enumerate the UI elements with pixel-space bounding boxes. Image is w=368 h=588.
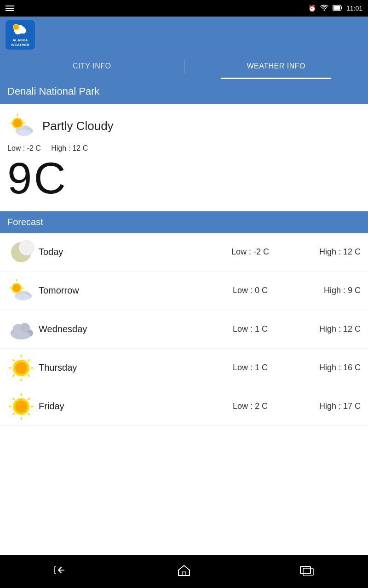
friday-weather-icon <box>7 393 35 420</box>
forecast-row-thursday: Thursday Low : 1 C High : 16 C <box>0 349 368 387</box>
svg-point-21 <box>19 240 34 255</box>
app-logo: ALASKAWEATHER <box>6 20 35 50</box>
forecast-title: Forecast <box>7 217 361 227</box>
forecast-row-wednesday: Wednesday Low : 1 C High : 12 C <box>0 310 368 349</box>
svg-line-57 <box>28 413 29 415</box>
svg-point-23 <box>13 284 20 292</box>
forecast-day-thursday: Thursday <box>39 362 213 373</box>
forecast-row-friday: Friday Low : 2 C High : 17 C <box>0 387 368 426</box>
forecast-row-tomorrow: Tomorrow Low : 0 C High : 9 C <box>0 271 368 310</box>
svg-line-55 <box>28 398 29 400</box>
back-button[interactable] <box>43 561 80 582</box>
forecast-high-tomorrow: High : 9 C <box>287 286 361 295</box>
current-temperature: 9 C <box>7 156 361 200</box>
tomorrow-weather-icon <box>7 277 35 305</box>
tabs-bar: CITY INFO WEATHER INFO <box>0 53 368 79</box>
recent-apps-button[interactable] <box>288 561 325 582</box>
forecast-high-today: High : 12 C <box>287 247 361 257</box>
app-header: ALASKAWEATHER <box>0 17 368 53</box>
svg-point-31 <box>16 294 30 300</box>
svg-point-9 <box>14 25 18 29</box>
svg-point-19 <box>17 130 31 136</box>
current-condition: Partly Cloudy <box>7 111 361 141</box>
forecast-day-wednesday: Wednesday <box>39 324 213 334</box>
forecast-day-friday: Friday <box>39 401 213 412</box>
forecast-high-friday: High : 17 C <box>287 401 361 411</box>
forecast-low-today: Low : -2 C <box>213 247 287 257</box>
battery-icon <box>333 5 343 12</box>
svg-point-11 <box>13 119 22 127</box>
logo-text: ALASKAWEATHER <box>11 38 29 47</box>
alarm-icon: ⏰ <box>308 5 316 12</box>
svg-point-37 <box>20 323 30 332</box>
svg-point-0 <box>323 9 325 11</box>
svg-rect-2 <box>334 6 340 10</box>
bottom-navigation <box>0 555 368 588</box>
svg-point-39 <box>15 362 27 374</box>
forecast-low-thursday: Low : 1 C <box>213 363 287 373</box>
today-weather-icon <box>7 238 35 266</box>
wifi-icon <box>320 4 329 13</box>
thursday-weather-icon <box>7 354 35 382</box>
forecast-list: Today Low : -2 C High : 12 C Tomorrow Lo… <box>0 233 368 555</box>
svg-line-45 <box>28 360 29 361</box>
forecast-day-today: Today <box>39 247 213 257</box>
forecast-high-wednesday: High : 12 C <box>287 324 361 334</box>
forecast-low-friday: Low : 2 C <box>213 401 287 411</box>
svg-rect-60 <box>303 568 313 576</box>
status-bar: ⏰ 11:01 <box>0 0 368 17</box>
svg-line-46 <box>13 375 14 376</box>
svg-line-54 <box>13 398 14 400</box>
forecast-low-wednesday: Low : 1 C <box>213 324 287 334</box>
tab-city-info[interactable]: CITY INFO <box>0 53 184 79</box>
temp-high: High : 12 C <box>51 144 88 152</box>
svg-point-49 <box>15 401 27 413</box>
svg-rect-59 <box>300 566 310 574</box>
home-button[interactable] <box>166 560 202 583</box>
svg-line-44 <box>13 360 14 361</box>
tab-weather-info[interactable]: WEATHER INFO <box>184 53 368 79</box>
status-bar-left <box>6 6 14 11</box>
logo-cloud-icon <box>12 23 29 38</box>
current-weather-icon <box>7 111 37 141</box>
wednesday-weather-icon <box>7 316 35 343</box>
forecast-row-today: Today Low : -2 C High : 12 C <box>0 233 368 271</box>
temp-range: Low : -2 C High : 12 C <box>7 144 361 153</box>
forecast-day-tomorrow: Tomorrow <box>39 285 213 296</box>
svg-point-35 <box>12 331 30 339</box>
svg-line-56 <box>13 413 14 415</box>
forecast-high-thursday: High : 16 C <box>287 363 361 373</box>
svg-rect-7 <box>15 31 24 34</box>
hamburger-icon <box>6 6 14 11</box>
forecast-header: Forecast <box>0 211 368 233</box>
svg-rect-58 <box>182 572 186 576</box>
status-bar-right: ⏰ 11:01 <box>308 4 362 13</box>
condition-text: Partly Cloudy <box>42 119 114 133</box>
city-header: Denali National Park <box>0 79 368 104</box>
forecast-low-tomorrow: Low : 0 C <box>213 286 287 295</box>
svg-line-47 <box>28 375 29 376</box>
temp-low: Low : -2 C <box>7 144 41 152</box>
city-name: Denali National Park <box>7 85 361 97</box>
current-weather: Partly Cloudy Low : -2 C High : 12 C 9 C <box>0 104 368 211</box>
time-display: 11:01 <box>346 5 362 12</box>
